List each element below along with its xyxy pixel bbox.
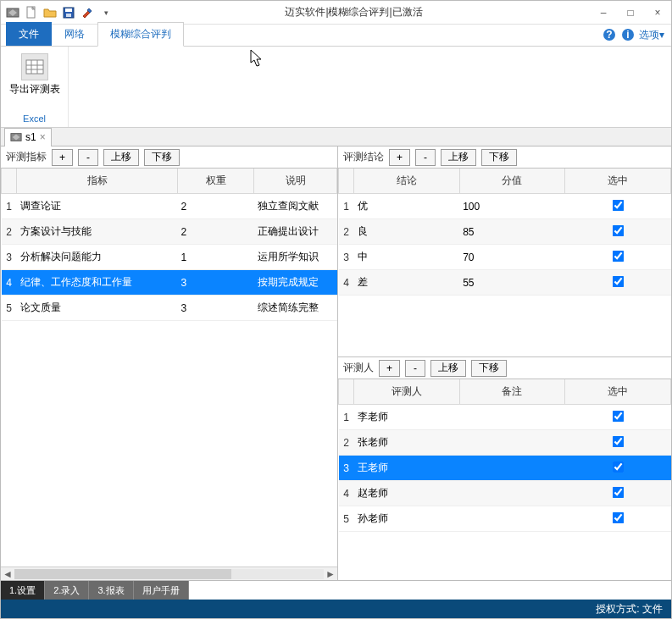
tab-network[interactable]: 网络 [52, 22, 97, 46]
cell[interactable]: 综述简练完整 [254, 296, 337, 321]
close-button[interactable]: × [647, 7, 668, 19]
table-row[interactable]: 2良85 [339, 219, 671, 245]
row-checkbox[interactable] [612, 435, 624, 447]
evaluators-up-button[interactable]: 上移 [430, 360, 466, 377]
cell[interactable]: 按期完成规定 [254, 270, 337, 296]
cell[interactable]: 调查论证 [17, 194, 178, 219]
row-checkbox[interactable] [612, 461, 624, 473]
row-checkbox[interactable] [612, 410, 624, 422]
btab-input[interactable]: 2.录入 [45, 581, 89, 600]
cell[interactable] [459, 456, 565, 481]
checkbox-cell[interactable] [565, 219, 671, 245]
cell[interactable]: 100 [459, 194, 565, 219]
col-selected[interactable]: 选中 [565, 379, 671, 405]
maximize-button[interactable]: □ [620, 7, 641, 19]
table-row[interactable]: 1优100 [339, 194, 671, 219]
col-score[interactable]: 分值 [459, 169, 565, 194]
col-remark[interactable]: 备注 [459, 379, 565, 405]
cell[interactable]: 良 [354, 219, 460, 245]
cell[interactable]: 论文质量 [17, 296, 178, 321]
app-icon[interactable] [4, 4, 21, 21]
cell[interactable]: 2 [178, 194, 254, 219]
tools-button[interactable] [79, 4, 96, 21]
indicators-add-button[interactable]: + [52, 149, 73, 166]
table-row[interactable]: 4纪律、工作态度和工作量3按期完成规定 [2, 270, 337, 296]
scroll-left-icon[interactable]: ◄ [1, 568, 14, 580]
indicators-hscroll[interactable]: ◄ ► [1, 566, 337, 580]
row-checkbox[interactable] [612, 250, 624, 262]
conclusions-grid[interactable]: 结论 分值 选中 1优1002良853中704差55 [338, 169, 671, 296]
cell[interactable]: 纪律、工作态度和工作量 [17, 270, 178, 296]
indicators-grid[interactable]: 指标 权重 说明 1调查论证2独立查阅文献2方案设计与技能2正确提出设计3分析解… [1, 169, 337, 321]
cell[interactable]: 独立查阅文献 [254, 194, 337, 219]
cell[interactable]: 方案设计与技能 [17, 219, 178, 245]
cell[interactable]: 85 [459, 219, 565, 245]
qat-dropdown[interactable]: ▾ [97, 4, 114, 21]
evaluators-add-button[interactable]: + [379, 360, 400, 377]
cell[interactable]: 2 [178, 219, 254, 245]
table-row[interactable]: 5孙老师 [339, 506, 671, 532]
cell[interactable]: 1 [178, 245, 254, 270]
col-indicator[interactable]: 指标 [17, 169, 178, 194]
table-row[interactable]: 4差55 [339, 270, 671, 296]
col-conclusion[interactable]: 结论 [354, 169, 460, 194]
evaluators-grid[interactable]: 评测人 备注 选中 1李老师2张老师3王老师4赵老师5孙老师 [338, 379, 671, 532]
table-row[interactable]: 4赵老师 [339, 481, 671, 506]
cell[interactable] [459, 430, 565, 456]
cell[interactable]: 正确提出设计 [254, 219, 337, 245]
col-weight[interactable]: 权重 [178, 169, 254, 194]
minimize-button[interactable]: – [593, 7, 614, 19]
conclusions-down-button[interactable]: 下移 [481, 149, 517, 166]
checkbox-cell[interactable] [565, 245, 671, 270]
tab-fuzzy-eval[interactable]: 模糊综合评判 [97, 22, 184, 47]
export-eval-table-button[interactable]: 导出评测表 [9, 53, 60, 97]
table-row[interactable]: 3中70 [339, 245, 671, 270]
row-checkbox[interactable] [612, 486, 624, 498]
tab-file[interactable]: 文件 [6, 22, 52, 46]
evaluators-remove-button[interactable]: - [405, 360, 425, 377]
cell[interactable]: 运用所学知识 [254, 245, 337, 270]
info-icon[interactable]: i [620, 27, 636, 42]
table-row[interactable]: 3王老师 [339, 456, 671, 481]
btab-settings[interactable]: 1.设置 [1, 581, 45, 600]
indicators-remove-button[interactable]: - [78, 149, 98, 166]
col-evaluator[interactable]: 评测人 [354, 379, 460, 405]
doc-tab-s1[interactable]: s1 × [4, 128, 52, 146]
cell[interactable] [459, 481, 565, 506]
cell[interactable]: 王老师 [354, 456, 460, 481]
cell[interactable]: 差 [354, 270, 460, 296]
btab-report[interactable]: 3.报表 [89, 581, 133, 600]
checkbox-cell[interactable] [565, 405, 671, 430]
save-button[interactable] [60, 4, 77, 21]
col-desc[interactable]: 说明 [254, 169, 337, 194]
cell[interactable]: 中 [354, 245, 460, 270]
col-selected[interactable]: 选中 [565, 169, 671, 194]
checkbox-cell[interactable] [565, 481, 671, 506]
close-icon[interactable]: × [40, 131, 46, 143]
row-checkbox[interactable] [612, 199, 624, 211]
cell[interactable]: 孙老师 [354, 506, 460, 532]
cell[interactable] [459, 506, 565, 532]
checkbox-cell[interactable] [565, 456, 671, 481]
cell[interactable]: 李老师 [354, 405, 460, 430]
table-row[interactable]: 2张老师 [339, 430, 671, 456]
cell[interactable]: 优 [354, 194, 460, 219]
evaluators-down-button[interactable]: 下移 [471, 360, 507, 377]
help-icon[interactable]: ? [602, 27, 617, 42]
btab-manual[interactable]: 用户手册 [134, 581, 189, 600]
conclusions-remove-button[interactable]: - [415, 149, 436, 166]
indicators-down-button[interactable]: 下移 [144, 149, 180, 166]
conclusions-up-button[interactable]: 上移 [441, 149, 476, 166]
checkbox-cell[interactable] [565, 506, 671, 532]
scroll-right-icon[interactable]: ► [324, 568, 337, 580]
cell[interactable]: 张老师 [354, 430, 460, 456]
indicators-up-button[interactable]: 上移 [103, 149, 139, 166]
table-row[interactable]: 1李老师 [339, 405, 671, 430]
open-button[interactable] [42, 4, 58, 21]
checkbox-cell[interactable] [565, 430, 671, 456]
cell[interactable]: 3 [178, 296, 254, 321]
options-button[interactable]: 选项▾ [639, 28, 664, 42]
checkbox-cell[interactable] [565, 270, 671, 296]
cell[interactable]: 3 [178, 270, 254, 296]
cell[interactable]: 55 [459, 270, 565, 296]
